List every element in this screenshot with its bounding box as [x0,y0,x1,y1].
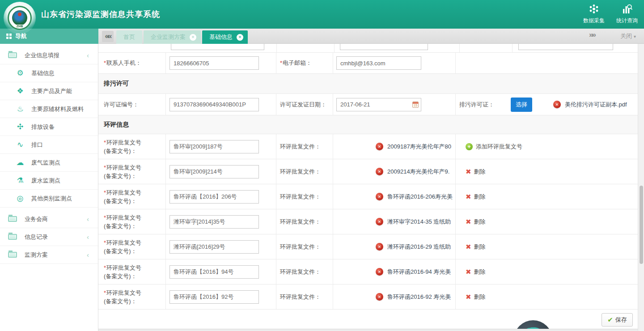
delete-x-icon[interactable]: ✖ [466,218,471,226]
fan-icon: ✣ [16,122,24,132]
delete-x-icon[interactable]: ✖ [466,268,471,276]
remove-file-icon[interactable]: ✕ [376,168,383,175]
tab-home-label: 首页 [123,33,135,41]
sidebar-item-outlet[interactable]: ∿ 排口 [0,136,98,154]
app-header: 山东省污染源监测信息共享系统 数据采集 统计查询 [0,0,644,29]
delete-x-icon[interactable]: ✖ [466,168,471,176]
sidebar-item-main-products[interactable]: ❖ 主要产品及产能 [0,82,98,100]
tab-basic-info-label: 基础信息 [209,33,233,41]
remove-file-icon[interactable]: ✕ [376,218,383,225]
sidebar-item-raw-materials-fuel[interactable]: ♨ 主要原辅材料及燃料 [0,100,98,118]
remove-file-icon[interactable]: ✕ [376,193,383,200]
logo-emblem [12,10,27,25]
email-input[interactable] [336,56,421,70]
eia-doc-input[interactable] [169,165,259,178]
eia-file-link[interactable]: 鲁环评函2016-92 寿光美 [387,293,451,301]
eia-file-link[interactable]: 2009187寿光美伦年产80 [387,143,451,151]
sidebar-item-business-consult[interactable]: 业务会商 ‹ [0,210,98,228]
remove-file-icon[interactable]: ✕ [376,243,383,250]
tab-close-icon[interactable]: ✕ [190,34,196,41]
remove-file-icon[interactable]: ✕ [376,268,383,276]
sidebar-item-monitoring-plan[interactable]: 监测方案 ‹ [0,246,98,264]
logo-text: ZHB [16,25,24,28]
permit-no-input[interactable] [169,98,259,111]
sidebar-item-waste-water-points[interactable]: ⚗ 废水监测点 [0,172,98,190]
tab-enterprise-monitoring-plan[interactable]: 企业监测方案 ✕ [144,30,201,44]
calendar-icon[interactable]: 15 [412,102,419,108]
tab-home[interactable]: 首页 [116,30,142,44]
eia-doc-label: *环评批复文号(备案文号)： [104,289,141,306]
phone-label: *联系人手机： [104,59,141,67]
eia-file-link[interactable]: 鲁环评函2016-206寿光美 [387,193,453,201]
permit-date-input[interactable] [336,98,421,111]
eia-doc-label: *环评批复文号(备案文号)： [104,163,141,180]
delete-eia-row-link[interactable]: 删除 [474,168,486,176]
delete-eia-row-link[interactable]: 删除 [474,293,486,301]
eia-doc-input[interactable] [169,290,259,304]
delete-eia-row-link[interactable]: 删除 [474,268,486,276]
eia-file-link[interactable]: 潍环评函2016-29 造纸助 [387,243,451,251]
add-icon[interactable]: + [466,143,473,150]
eia-file-link[interactable]: 鲁环评函2016-94 寿光美 [387,268,451,276]
delete-x-icon[interactable]: ✖ [466,243,471,251]
cutoff-input[interactable] [171,44,264,50]
tabs-scroll-left-button[interactable]: «« [102,31,114,42]
eia-doc-input[interactable] [169,215,259,229]
choose-file-button[interactable]: 选择 [511,98,532,112]
sidebar-item-enterprise-info-fill[interactable]: 企业信息填报 ‹ [0,47,98,64]
sidebar-item-label: 废气监测点 [31,159,60,167]
delete-x-icon[interactable]: ✖ [466,293,471,301]
eia-file-link[interactable]: 潍环审字2014-35 造纸助 [387,218,451,226]
statistics-query-label: 统计查询 [616,17,638,25]
eia-doc-input[interactable] [169,240,259,254]
save-button[interactable]: ✔ 保存 [602,313,633,327]
data-collection-button[interactable]: 数据采集 [583,4,605,25]
scrollbar-thumb[interactable] [640,186,643,264]
eia-doc-label: *环评批复文号(备案文号)： [104,138,141,155]
delete-eia-row-link[interactable]: 删除 [474,193,486,201]
cutoff-input[interactable] [340,44,428,50]
permit-cert-label: 排污许可证： [459,101,511,109]
sidebar-item-other-monitor-points[interactable]: ◎ 其他类别监测点 [0,190,98,208]
eia-doc-input[interactable] [169,265,259,279]
close-tabs-menu[interactable]: 关闭 ▾ [620,32,636,40]
permit-no-label: 许可证编号： [104,101,139,109]
chevron-left-icon: ‹ [87,215,89,223]
sidebar-item-basic-info[interactable]: ⚙ 基础信息 [0,64,98,82]
tab-basic-info[interactable]: 基础信息 ✕ [202,30,248,44]
eia-file-label: 环评批复文件： [280,168,321,176]
permit-file-link[interactable]: 美伦排污许可证副本.pdf [565,101,627,109]
delete-x-icon[interactable]: ✖ [466,193,471,201]
eia-section-header: 环评信息 [98,115,638,134]
data-collection-label: 数据采集 [583,17,605,25]
statistics-query-button[interactable]: 统计查询 [616,4,638,25]
remove-file-icon[interactable]: ✕ [553,101,561,108]
delete-eia-row-link[interactable]: 删除 [474,243,486,251]
sidebar-item-label: 企业信息填报 [25,51,59,59]
delete-eia-row-link[interactable]: 删除 [474,218,486,226]
eia-row: *环评批复文号(备案文号)： 环评批复文件： ✕ 潍环审字2014-35 造纸助… [98,209,638,234]
remove-file-icon[interactable]: ✕ [376,143,383,150]
folder-icon [8,52,17,58]
sidebar: 企业信息填报 ‹ ⚙ 基础信息 ❖ 主要产品及产能 ♨ 主要原辅材料及燃料 ✣ … [0,44,98,331]
cloud-icon: ☁ [16,158,24,167]
sidebar-item-label: 基础信息 [31,69,55,77]
folder-icon [8,216,17,222]
folder-icon [8,252,17,258]
cutoff-input[interactable] [518,44,613,50]
remove-file-icon[interactable]: ✕ [376,293,383,301]
add-eia-doc-link[interactable]: 添加环评批复文号 [476,143,522,151]
phone-input[interactable] [169,56,259,70]
eia-doc-label: *环评批复文号(备案文号)： [104,188,141,205]
sidebar-item-info-record[interactable]: 信息记录 ‹ [0,228,98,246]
sidebar-item-waste-gas-points[interactable]: ☁ 废气监测点 [0,154,98,172]
tabs-scroll-right-button[interactable]: »» [589,30,595,39]
data-collection-dots-icon [588,4,600,16]
tab-close-icon[interactable]: ✕ [237,34,243,41]
sidebar-item-emission-equipment[interactable]: ✣ 排放设备 [0,118,98,136]
eia-file-link[interactable]: 2009214寿光美伦年产9. [387,168,449,176]
eia-file-label: 环评批复文件： [280,218,321,226]
eia-doc-input[interactable] [169,140,259,153]
eia-doc-input[interactable] [169,190,259,204]
app-title: 山东省污染源监测信息共享系统 [41,9,160,20]
